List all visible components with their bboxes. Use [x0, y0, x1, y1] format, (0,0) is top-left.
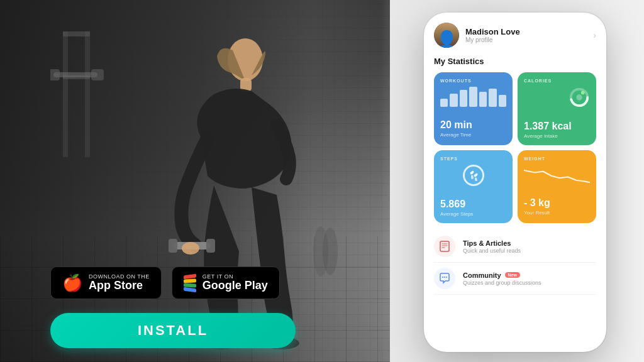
googleplay-button[interactable]: GET IT ON Google Play — [172, 266, 280, 299]
tips-title-row: Tips & Articles — [463, 239, 596, 247]
avatar-image: 👤 — [436, 31, 458, 48]
svg-point-26 — [444, 277, 445, 278]
bar-7 — [499, 95, 506, 107]
community-icon — [439, 273, 450, 284]
bar-3 — [460, 90, 467, 107]
community-menu-item[interactable]: Community New Quizzes and group discussi… — [434, 263, 596, 295]
svg-rect-21 — [440, 241, 449, 251]
store-buttons-container: 🍎 Download on the App Store GET IT ON Go… — [50, 266, 280, 299]
svg-point-20 — [581, 91, 585, 95]
steps-card: STEPS 5.869 Average Steps — [434, 150, 513, 223]
svg-point-19 — [576, 94, 582, 100]
profile-subtitle: My profile — [465, 36, 520, 43]
workouts-value: 20 min — [440, 119, 506, 131]
appstore-text: Download on the App Store — [89, 273, 150, 292]
apple-icon: 🍎 — [62, 275, 82, 291]
weight-value: - 3 kg — [524, 197, 590, 209]
community-title: Community — [463, 272, 501, 279]
steps-icon — [440, 165, 506, 186]
tips-icon — [439, 241, 450, 252]
community-subtitle: Quizzes and group discussions — [463, 280, 596, 286]
googleplay-text: GET IT ON Google Play — [203, 273, 268, 292]
workouts-card: WORKOUTS 20 min Average Time — [434, 72, 513, 145]
workouts-label: WORKOUTS — [440, 79, 506, 83]
appstore-button[interactable]: 🍎 Download on the App Store — [50, 266, 162, 299]
profile-row[interactable]: 👤 Madison Love My profile › — [434, 23, 596, 48]
community-icon-container — [434, 268, 455, 289]
svg-point-27 — [446, 277, 447, 278]
profile-text: Madison Love My profile — [465, 27, 520, 43]
weight-line-chart — [524, 165, 590, 185]
appstore-small-text: Download on the — [89, 273, 150, 280]
calories-donut — [524, 87, 590, 108]
phone-mockup: 👤 Madison Love My profile › My Statistic… — [424, 13, 606, 352]
footsteps-icon — [467, 169, 480, 182]
svg-point-25 — [442, 277, 443, 278]
profile-name: Madison Love — [465, 27, 520, 36]
profile-chevron-icon: › — [593, 30, 596, 40]
bar-2 — [450, 94, 457, 107]
avatar: 👤 — [434, 23, 459, 48]
appstore-large-text: App Store — [89, 280, 150, 292]
tips-text: Tips & Articles Quick and useful reads — [463, 239, 596, 254]
bar-1 — [440, 99, 448, 107]
bar-6 — [489, 89, 496, 107]
workouts-desc: Average Time — [440, 132, 506, 138]
calories-value: 1.387 kcal — [524, 121, 590, 132]
phone-screen: 👤 Madison Love My profile › My Statistic… — [424, 13, 606, 352]
steps-label: STEPS — [440, 156, 506, 161]
weight-desc: Your Result — [524, 210, 590, 216]
steps-desc: Average Steps — [440, 211, 506, 217]
community-text: Community New Quizzes and group discussi… — [463, 272, 596, 286]
tips-title: Tips & Articles — [463, 239, 511, 247]
googleplay-large-text: Google Play — [203, 280, 268, 292]
profile-info: 👤 Madison Love My profile — [434, 23, 520, 48]
googleplay-icon — [184, 275, 196, 292]
menu-items: Tips & Articles Quick and useful reads — [434, 231, 596, 295]
calories-label: CALORIES — [524, 79, 590, 83]
steps-value: 5.869 — [440, 199, 506, 210]
install-button[interactable]: INSTALL — [50, 313, 296, 348]
steps-circle-icon — [463, 165, 484, 186]
tips-icon-container — [434, 236, 455, 257]
install-label: INSTALL — [138, 322, 208, 339]
community-badge: New — [505, 272, 520, 278]
main-content: 🍎 Download on the App Store GET IT ON Go… — [0, 0, 644, 362]
community-title-row: Community New — [463, 272, 596, 279]
weight-chart — [524, 165, 590, 185]
weight-label: WEIGHT — [524, 156, 590, 161]
calories-desc: Average Intake — [524, 133, 590, 139]
donut-chart — [569, 87, 590, 108]
statistics-title: My Statistics — [434, 57, 596, 66]
calories-card: CALORIES 1.387 kcal Average Intake — [518, 72, 596, 145]
tips-subtitle: Quick and useful reads — [463, 248, 596, 254]
bar-5 — [479, 92, 487, 107]
tips-menu-item[interactable]: Tips & Articles Quick and useful reads — [434, 231, 596, 263]
googleplay-small-text: GET IT ON — [203, 273, 268, 280]
bar-4 — [469, 87, 477, 107]
weight-card: WEIGHT - 3 kg Your Result — [518, 150, 596, 223]
workouts-bar-chart — [440, 87, 506, 107]
stats-grid: WORKOUTS 20 min Average Time — [434, 72, 596, 223]
